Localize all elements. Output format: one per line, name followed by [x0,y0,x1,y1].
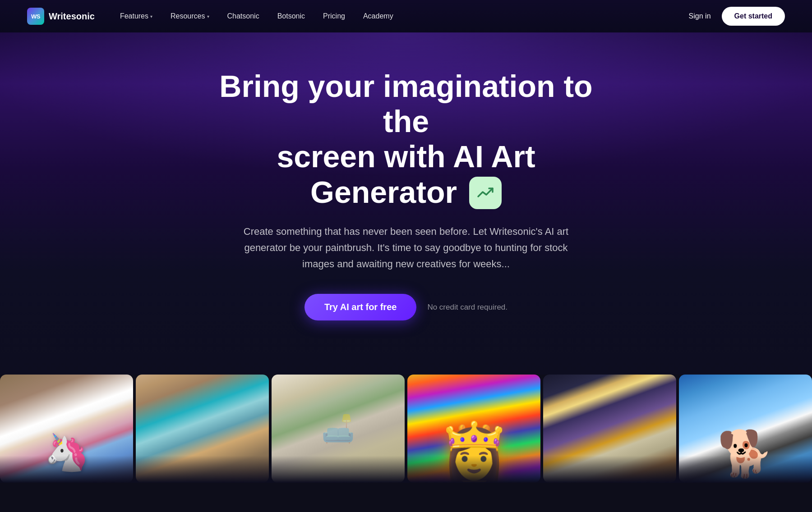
gallery-image-aztec: 👸 [407,375,540,483]
nav-item-chatsonic[interactable]: Chatsonic [220,9,267,24]
nav-right: Sign in Get started [689,7,785,26]
logo[interactable]: WS Writesonic [27,8,95,25]
gallery-image-bedroom [543,375,676,483]
get-started-button[interactable]: Get started [722,7,785,26]
chevron-down-icon: ▾ [150,14,152,19]
hero-cta: Try AI art for free No credit card requi… [27,294,785,320]
hero-title: Bring your imagination to the screen wit… [203,69,609,211]
chevron-down-icon: ▾ [207,14,209,19]
logo-text: Writesonic [49,11,95,22]
hero-subtitle: Create something that has never been see… [235,224,577,273]
cta-note: No credit card required. [427,303,508,312]
gallery-image-interior: 🛋️ [272,375,405,483]
nav-item-features[interactable]: Features ▾ [113,9,160,24]
ai-art-gallery: 🛋️ 👸 🐕 [0,375,812,483]
nav-item-botsonic[interactable]: Botsonic [270,9,312,24]
gallery-image-unicorn [0,375,133,483]
nav-links: Features ▾ Resources ▾ Chatsonic Botsoni… [113,9,401,24]
hero-section: Bring your imagination to the screen wit… [0,32,812,375]
sign-in-button[interactable]: Sign in [689,12,711,20]
nav-item-resources[interactable]: Resources ▾ [163,9,216,24]
gallery-grid: 🛋️ 👸 🐕 [0,375,812,483]
gallery-image-room [136,375,269,483]
nav-item-academy[interactable]: Academy [356,9,401,24]
gallery-image-dog: 🐕 [679,375,812,483]
nav-item-pricing[interactable]: Pricing [316,9,352,24]
trending-chart-icon [469,177,502,209]
try-ai-art-button[interactable]: Try AI art for free [304,294,416,320]
logo-icon: WS [27,8,44,25]
navigation: WS Writesonic Features ▾ Resources ▾ Cha… [0,0,812,32]
nav-left: WS Writesonic Features ▾ Resources ▾ Cha… [27,8,401,25]
